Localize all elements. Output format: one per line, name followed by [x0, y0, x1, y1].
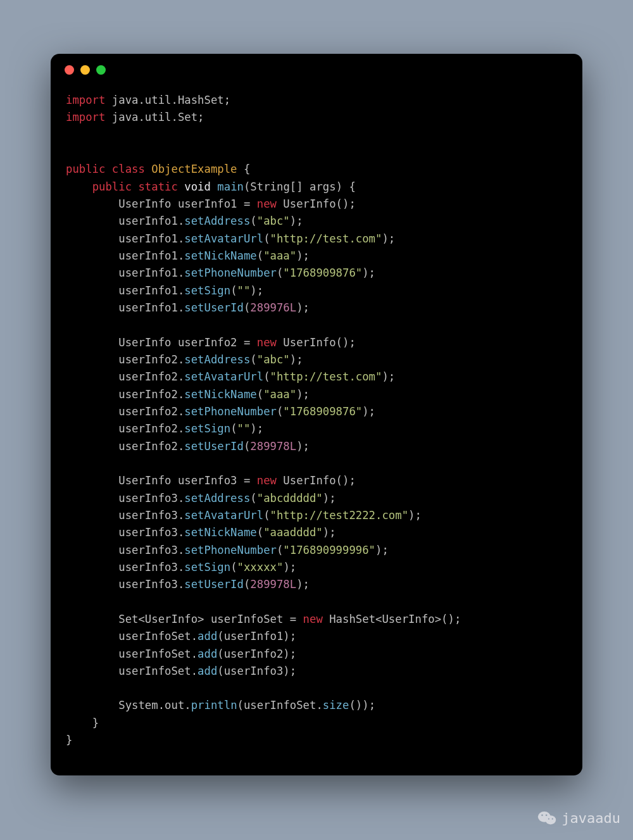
- svg-point-4: [548, 818, 549, 820]
- wechat-icon: [537, 810, 556, 826]
- zoom-icon[interactable]: [96, 65, 106, 75]
- svg-point-1: [546, 815, 556, 824]
- minimize-icon[interactable]: [80, 65, 90, 75]
- close-icon[interactable]: [65, 65, 74, 75]
- watermark: javaadu: [537, 810, 620, 826]
- svg-point-2: [541, 815, 543, 817]
- watermark-text: javaadu: [561, 810, 620, 826]
- code-window: import java.util.HashSet; import java.ut…: [51, 54, 582, 775]
- window-titlebar: [51, 54, 582, 85]
- code-content: import java.util.HashSet; import java.ut…: [51, 85, 582, 764]
- svg-point-5: [552, 818, 553, 820]
- svg-point-3: [546, 815, 548, 817]
